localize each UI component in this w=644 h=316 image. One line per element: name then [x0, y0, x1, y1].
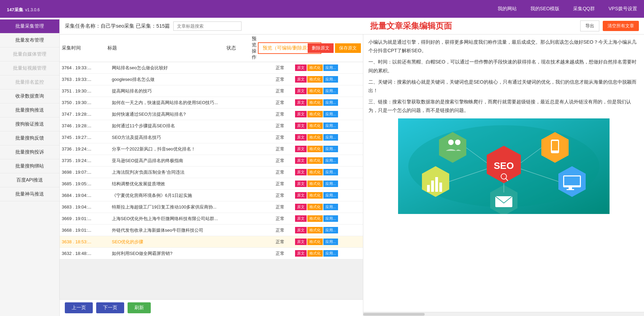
btn-geshi-13[interactable]: 格式化 [307, 215, 323, 222]
sidebar-item-batch-sogou-push[interactable]: 批量搜狗推送 [0, 103, 59, 117]
btn-geshi-1[interactable]: 格式化 [307, 76, 323, 83]
btn-yingying-1[interactable]: 应用... [323, 76, 338, 83]
table-row[interactable]: 3745 . 19:27:... SEO方法及提高排名技巧 正常 原文 格式化 … [60, 132, 363, 143]
sidebar-item-batch-sogou-complaint[interactable]: 批量搜狗投诉 [0, 145, 59, 159]
table-row[interactable]: 3698 . 19:07:... 上海法院判决'负面压制业务'合同违法 正常 原… [60, 167, 363, 178]
btn-yuanwen-16[interactable]: 原文 [295, 250, 307, 257]
btn-geshi-8[interactable]: 格式化 [307, 157, 323, 164]
prev-page-button[interactable]: 上一页 [65, 302, 93, 313]
btn-yuanwen-13[interactable]: 原文 [295, 215, 307, 222]
search-input[interactable] [173, 21, 241, 31]
preview-scrollbar[interactable] [363, 312, 644, 316]
table-row[interactable]: 3685 . 19:05:... 结构调整优化发展提质增效 正常 原文 格式化 … [60, 178, 363, 190]
nav-seo-template[interactable]: 我的SEO模版 [530, 6, 560, 12]
btn-yuanwen-8[interactable]: 原文 [295, 157, 307, 164]
btn-yuanwen-11[interactable]: 原文 [295, 192, 307, 199]
btn-yuanwen-9[interactable]: 原文 [295, 169, 307, 175]
btn-yingying-7[interactable]: 应用... [323, 146, 338, 152]
nav-qq-group[interactable]: 采集QQ群 [573, 6, 595, 12]
table-row[interactable]: 3736 . 19:24:... 分享一个2022新风口，抖音seo优化排名！ … [60, 143, 363, 155]
cell-status: 正常 [274, 132, 293, 143]
table-row[interactable]: 3668 . 19:01:... 外链代发包收录上海新媒体seo牛巨微科技公司 … [60, 225, 363, 236]
btn-yingying-4[interactable]: 应用... [323, 111, 338, 117]
sidebar-item-batch-publish[interactable]: 批量发布管理 [0, 33, 59, 47]
table-row[interactable]: 3735 . 19:24:... 亚马逊SEO提高产品排名的终极指南 正常 原文… [60, 155, 363, 167]
sidebar-item-batch-sogou-feedback[interactable]: 批量搜狗反馈 [0, 131, 59, 145]
table-row[interactable]: 3747 . 19:28:... 如何快速通过SEO方法提高网站排名? 正常 原… [60, 109, 363, 120]
btn-geshi-10[interactable]: 格式化 [307, 181, 323, 187]
cell-status: 正常 [274, 74, 293, 85]
sidebar-item-batch-shenma[interactable]: 批量神马推送 [0, 187, 59, 201]
btn-geshi-12[interactable]: 格式化 [307, 204, 323, 210]
btn-yingying-10[interactable]: 应用... [323, 181, 338, 187]
cell-time: 3747 . 19:28:... [60, 109, 110, 120]
btn-yingying-13[interactable]: 应用... [323, 215, 338, 222]
btn-yuanwen-1[interactable]: 原文 [295, 76, 307, 83]
btn-yingying-15[interactable]: 应用... [323, 239, 338, 245]
sidebar-item-batch-sogou-bind[interactable]: 批量搜狗绑站 [0, 159, 59, 173]
btn-yingying-16[interactable]: 应用... [323, 250, 338, 257]
btn-geshi-11[interactable]: 格式化 [307, 192, 323, 199]
btn-yuanwen-4[interactable]: 原文 [295, 111, 307, 117]
export-button[interactable]: 导出 [580, 20, 599, 31]
topbar: 采集任务名称：自己学seo采集 已采集：515篇 批量文章采集编辑页面 导出 清… [60, 18, 644, 34]
btn-geshi-9[interactable]: 格式化 [307, 169, 323, 175]
preview-scroll-thumb[interactable] [363, 313, 425, 316]
sidebar-item-baidu-api[interactable]: 百度API推送 [0, 173, 59, 187]
table-row[interactable]: 3669 . 19:01:... 上海SEO优化外包上海牛巨微网络科技有限公司站… [60, 213, 363, 225]
btn-yingying-6[interactable]: 应用... [323, 134, 338, 141]
table-row[interactable]: 3763 . 19:33:... googleseo排名怎么做 正常 原文 格式… [60, 74, 363, 85]
btn-yingying-12[interactable]: 应用... [323, 204, 338, 210]
btn-yuanwen-2[interactable]: 原文 [295, 88, 307, 94]
btn-yuanwen-3[interactable]: 原文 [295, 99, 307, 106]
btn-yingying-9[interactable]: 应用... [323, 169, 338, 175]
btn-geshi-4[interactable]: 格式化 [307, 111, 323, 117]
btn-geshi-7[interactable]: 格式化 [307, 146, 323, 152]
preview-para-0: 小编认为就是通过引擎，得到好的，获得更多网站度我们称作流量，最后成成交。那么到底… [368, 38, 639, 55]
btn-yuanwen-15[interactable]: 原文 [295, 239, 307, 245]
btn-geshi-15[interactable]: 格式化 [307, 239, 323, 245]
cell-status: 正常 [274, 190, 293, 201]
table-row[interactable]: 3632 . 18:48:... 如何利用SEO做全网霸屏营销? 正常 原文 格… [60, 248, 363, 259]
btn-yuanwen-7[interactable]: 原文 [295, 146, 307, 152]
cell-title: 分享一个2022新风口，抖音seo优化排名！ [110, 143, 274, 155]
sidebar-item-batch-collect[interactable]: 批量采集管理 [0, 19, 59, 33]
btn-yingying-3[interactable]: 应用... [323, 99, 338, 106]
btn-yingying-11[interactable]: 应用... [323, 192, 338, 199]
sidebar-item-sogou-verify[interactable]: 搜狗验证推送 [0, 117, 59, 131]
btn-yingying-2[interactable]: 应用... [323, 88, 338, 94]
save-orig-button[interactable]: 保存原文 [335, 43, 361, 53]
btn-geshi-5[interactable]: 格式化 [307, 123, 323, 129]
next-page-button[interactable]: 下一页 [96, 302, 124, 313]
btn-yingying-8[interactable]: 应用... [323, 157, 338, 164]
btn-yingying-0[interactable]: 应用... [323, 64, 338, 71]
btn-yuanwen-6[interactable]: 原文 [295, 134, 307, 141]
table-row[interactable]: 3750 . 19:30:... 如何在一天之内，快速提高网站排名的使用SEO技… [60, 97, 363, 109]
btn-geshi-2[interactable]: 格式化 [307, 88, 323, 94]
nav-my-website[interactable]: 我的网站 [498, 6, 517, 12]
btn-geshi-0[interactable]: 格式化 [307, 64, 323, 71]
sidebar-item-record-query[interactable]: 收录数据查询 [0, 89, 59, 103]
btn-yingying-5[interactable]: 应用... [323, 123, 338, 129]
btn-geshi-6[interactable]: 格式化 [307, 134, 323, 141]
btn-yuanwen-12[interactable]: 原文 [295, 204, 307, 210]
refresh-button[interactable]: 刷新 [128, 302, 151, 313]
btn-yuanwen-5[interactable]: 原文 [295, 123, 307, 129]
table-row[interactable]: 3683 . 19:04:... 特斯拉上海超级工厂19日复工推动100多家供应… [60, 201, 363, 213]
clear-all-button[interactable]: 清空所有文章 [603, 21, 639, 31]
table-row[interactable]: 3746 . 19:28:... 如何通过11个步骤提高SEO排名 正常 原文 … [60, 120, 363, 132]
btn-geshi-16[interactable]: 格式化 [307, 250, 323, 257]
btn-yuanwen-14[interactable]: 原文 [295, 227, 307, 233]
table-row[interactable]: 3684 . 19:04:... 《宁夏优化营商环境条例》6月1日起实施 正常 … [60, 190, 363, 201]
cell-time: 3745 . 19:27:... [60, 132, 110, 143]
table-row[interactable]: 3638 . 18:53:... SEO优化的步骤 正常 原文 格式化 应用..… [60, 236, 363, 248]
nav-vps-setting[interactable]: VPS拨号设置 [609, 6, 637, 12]
btn-yuanwen-10[interactable]: 原文 [295, 181, 307, 187]
btn-yingying-14[interactable]: 应用... [323, 227, 338, 233]
del-orig-button[interactable]: 删除原文 [308, 43, 334, 53]
btn-yuanwen-0[interactable]: 原文 [295, 64, 307, 71]
table-row[interactable]: 3764 . 19:33:... 网站排名seo怎么做会比较好 正常 原文 格式… [60, 62, 363, 74]
table-row[interactable]: 3751 . 19:30:... 提高网站排名的技巧 正常 原文 格式化 应用.… [60, 85, 363, 97]
btn-geshi-3[interactable]: 格式化 [307, 99, 323, 106]
btn-geshi-14[interactable]: 格式化 [307, 227, 323, 233]
